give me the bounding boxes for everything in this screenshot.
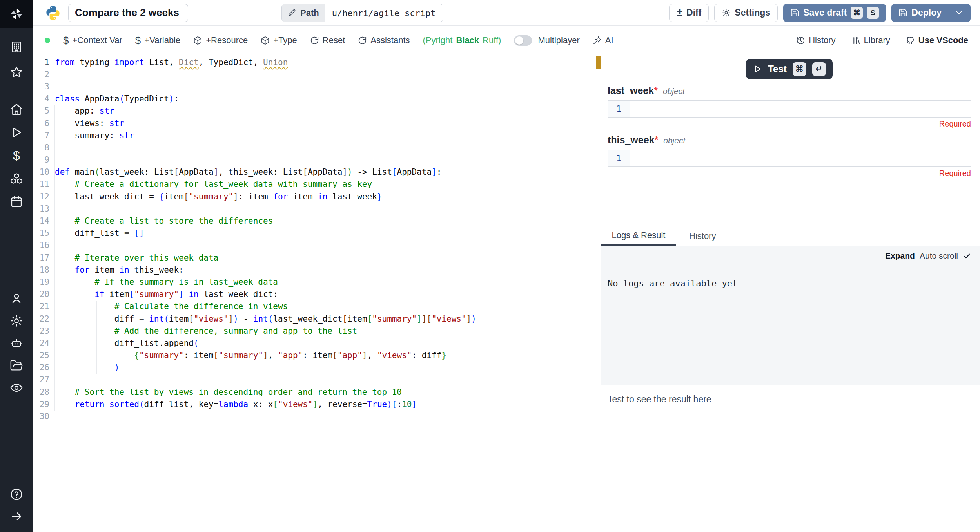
line-number: 17 [33, 253, 55, 262]
add-resource-button[interactable]: +Resource [193, 35, 248, 45]
line-number: 1 [33, 58, 55, 67]
windmill-logo[interactable] [0, 0, 33, 28]
last-week-json-input[interactable]: 1 [608, 100, 971, 118]
gear-icon [722, 8, 731, 17]
code-line: 20 if item["summary"] in last_week_dict: [33, 288, 601, 300]
code-line: 15 diff_list = [] [33, 227, 601, 239]
line-number: 14 [33, 216, 55, 226]
settings-gear-icon[interactable] [9, 314, 24, 328]
no-logs-message: No logs are available yet [608, 279, 971, 288]
path-field[interactable]: Path u/henri/agile_script [281, 4, 443, 22]
settings-button[interactable]: Settings [714, 4, 778, 22]
line-number: 16 [33, 241, 55, 250]
argument-last-week: last_week* object 1 Required [608, 85, 971, 128]
code-line: 30 [33, 410, 601, 422]
assistant-languages: (Pyright Black Ruff) [423, 35, 501, 45]
line-number: 6 [33, 119, 55, 128]
black-label: Black [456, 35, 479, 45]
use-vscode-button[interactable]: Use VScode [906, 35, 968, 45]
reset-button[interactable]: Reset [310, 35, 345, 45]
code-line: 6 views: str [33, 117, 601, 129]
chevron-down-icon[interactable] [955, 8, 964, 17]
script-title-input[interactable]: Compare the 2 weeks [68, 4, 188, 22]
schedules-calendar-icon[interactable] [9, 195, 24, 209]
ai-button[interactable]: AI [593, 35, 613, 45]
required-message: Required [608, 169, 971, 178]
result-placeholder: Test to see the result here [608, 394, 711, 404]
play-icon [753, 64, 762, 74]
code-line: 22 diff = int(item["views"]) - int(last_… [33, 313, 601, 325]
history-clock-icon [796, 36, 805, 45]
assistants-button[interactable]: Assistants [358, 35, 410, 45]
home-icon[interactable] [9, 102, 24, 116]
sidebar: $ [0, 0, 33, 532]
editor-toolbar: $ +Context Var $ +Variable +Resource +Ty… [33, 26, 980, 55]
collapse-arrow-right-icon[interactable] [9, 509, 24, 523]
language-status-dot [45, 38, 50, 43]
workers-robot-icon[interactable] [9, 336, 24, 350]
favorites-star-icon[interactable] [9, 65, 24, 79]
package-icon [193, 36, 202, 45]
line-number: 2 [33, 70, 55, 79]
code-line: 27 [33, 374, 601, 386]
code-line: 14 # Create a list to store the differen… [33, 215, 601, 227]
enter-key-badge: ↵ [812, 62, 826, 76]
line-number: 8 [33, 143, 55, 152]
audit-logs-eye-icon[interactable] [9, 381, 24, 395]
tab-history[interactable]: History [676, 226, 729, 246]
windmill-logo-icon [9, 7, 24, 21]
variables-dollar-icon[interactable]: $ [9, 148, 24, 163]
dollar-icon: $ [63, 34, 69, 47]
check-icon[interactable] [963, 252, 971, 260]
tab-logs-result[interactable]: Logs & Result [601, 226, 676, 246]
line-number: 24 [33, 338, 55, 348]
argument-label: this_week* object [608, 134, 971, 146]
line-number: 21 [33, 302, 55, 311]
deploy-button[interactable]: Deploy [891, 4, 971, 22]
line-number: 28 [33, 387, 55, 397]
user-icon[interactable] [9, 291, 24, 306]
toggle-knob [515, 36, 523, 45]
add-variable-button[interactable]: $ +Variable [135, 34, 180, 47]
pyright-label: (Pyright [423, 35, 453, 45]
line-number: 26 [33, 363, 55, 372]
argument-label: last_week* object [608, 85, 971, 96]
deploy-divider [949, 4, 949, 22]
line-number: 10 [33, 167, 55, 177]
package-icon [261, 36, 270, 45]
code-line: 9 [33, 154, 601, 166]
help-question-icon[interactable] [9, 487, 24, 501]
code-editor[interactable]: 1from typing import List, Dict, TypedDic… [33, 55, 601, 532]
diff-button[interactable]: ± Diff [669, 4, 709, 22]
line-number: 13 [33, 204, 55, 214]
runs-play-icon[interactable] [9, 125, 24, 139]
result-tabs: Logs & Result History [601, 226, 980, 246]
add-context-var-button[interactable]: $ +Context Var [63, 34, 122, 47]
test-button[interactable]: Test ⌘ ↵ [746, 59, 833, 79]
code-line: 5 app: str [33, 105, 601, 117]
autoscroll-toggle[interactable]: Auto scroll [920, 251, 958, 261]
line-number: 18 [33, 265, 55, 275]
multiplayer-toggle[interactable] [514, 35, 532, 46]
s-key-badge: S [867, 7, 879, 19]
resources-cubes-icon[interactable] [9, 172, 24, 186]
folders-icon[interactable] [9, 358, 24, 373]
history-button[interactable]: History [796, 35, 835, 45]
code-line: 13 [33, 203, 601, 215]
expand-button[interactable]: Expand [885, 251, 915, 261]
input-line-number: 1 [608, 101, 630, 117]
arguments-section: Test ⌘ ↵ last_week* object 1 Req [601, 55, 980, 226]
code-line: 29 return sorted(diff_list, key=lambda x… [33, 398, 601, 410]
library-button[interactable]: Library [851, 35, 890, 45]
code-line: 19 # If the summary is in last_week data [33, 276, 601, 288]
input-line-number: 1 [608, 150, 630, 166]
line-number: 25 [33, 351, 55, 360]
app-window: $ [0, 0, 980, 532]
plus-minus-icon: ± [677, 7, 682, 18]
add-type-button[interactable]: +Type [261, 35, 297, 45]
refresh-icon [358, 36, 367, 45]
workspace-building-icon[interactable] [9, 40, 24, 54]
code-line: 26 ) [33, 362, 601, 374]
save-draft-button[interactable]: Save draft ⌘ S [783, 4, 886, 22]
this-week-json-input[interactable]: 1 [608, 150, 971, 167]
